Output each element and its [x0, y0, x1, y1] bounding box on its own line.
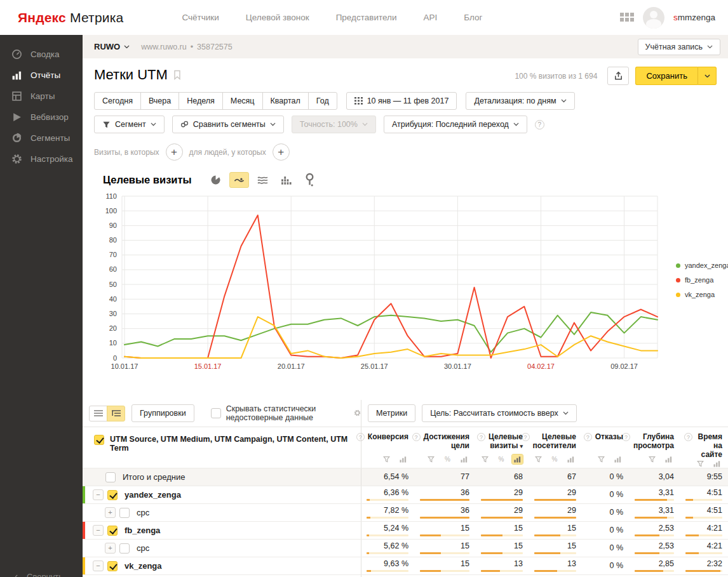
period-preset-4[interactable]: Квартал — [262, 92, 309, 110]
gear-icon[interactable] — [354, 408, 361, 418]
row-label[interactable]: vk_zenga — [125, 561, 162, 571]
column-percent-button[interactable]: % — [442, 454, 453, 464]
username[interactable]: smmzenga — [673, 13, 715, 22]
column-filter-button[interactable] — [426, 454, 436, 464]
segment-dropdown[interactable]: Сегмент — [94, 116, 165, 133]
column-help-icon[interactable]: ? — [584, 433, 592, 441]
chart-type-stacked-button[interactable] — [253, 172, 273, 188]
legend-item-fb_zenga[interactable]: fb_zenga — [676, 276, 728, 284]
precision-dropdown[interactable]: Точность: 100% — [292, 116, 376, 133]
detalization-dropdown[interactable]: Детализация: по дням — [466, 92, 574, 110]
sidebar-item-settings[interactable]: Настройка — [0, 149, 83, 169]
counter-switcher[interactable]: RUWO — [94, 42, 130, 51]
period-preset-3[interactable]: Месяц — [222, 92, 263, 110]
account-button[interactable]: Учётная запись — [638, 39, 720, 55]
column-bars-button[interactable] — [512, 454, 523, 464]
column-label[interactable]: Целевые посетители — [533, 432, 576, 450]
column-help-icon[interactable]: ? — [477, 433, 485, 441]
expand-button[interactable]: + — [105, 543, 116, 554]
row-label[interactable]: fb_zenga — [125, 526, 160, 535]
legend-item-yandex_zenga[interactable]: yandex_zenga — [676, 262, 728, 269]
column-bars-button[interactable] — [612, 454, 623, 464]
column-help-icon[interactable]: ? — [412, 433, 421, 441]
column-label[interactable]: Глубина просмотра — [633, 432, 674, 450]
column-filter-button[interactable] — [480, 454, 490, 464]
hide-unreliable-checkbox-row[interactable]: Скрывать статистически недостоверные дан… — [211, 404, 345, 422]
add-people-condition-button[interactable]: + — [273, 143, 290, 161]
collapse-button[interactable]: − — [93, 489, 104, 500]
row-checkbox[interactable] — [105, 472, 116, 482]
top-menu-item-2[interactable]: Представители — [336, 13, 397, 22]
groupings-button[interactable]: Группировки — [131, 404, 194, 422]
legend-item-vk_zenga[interactable]: vk_zenga — [676, 291, 728, 298]
collapse-button[interactable]: − — [93, 560, 104, 571]
line-chart[interactable]: 010203040506070809010011010.01.1715.01.1… — [94, 193, 666, 378]
tree-view-button[interactable] — [107, 406, 125, 421]
period-preset-2[interactable]: Неделя — [179, 92, 223, 110]
column-percent-button[interactable]: % — [549, 454, 560, 464]
add-visit-condition-button[interactable]: + — [166, 143, 183, 161]
top-menu-item-1[interactable]: Целевой звонок — [246, 13, 309, 22]
sidebar-item-maps[interactable]: Карты — [0, 86, 83, 107]
save-button[interactable]: Сохранить — [635, 67, 698, 85]
apps-grid-icon[interactable] — [620, 13, 634, 23]
column-bars-button[interactable] — [565, 454, 576, 464]
column-bars-button[interactable] — [663, 454, 674, 464]
column-help-icon[interactable]: ? — [356, 433, 365, 441]
avatar[interactable] — [643, 7, 664, 29]
sidebar-item-segments[interactable]: Сегменты — [0, 128, 83, 149]
chart-type-columns-button[interactable] — [276, 172, 296, 188]
column-label[interactable]: Целевые визиты▾ — [489, 432, 523, 451]
expand-button[interactable]: + — [105, 507, 116, 518]
column-label[interactable]: Конверсия — [368, 432, 408, 441]
select-all-checkbox[interactable] — [94, 435, 104, 445]
period-preset-5[interactable]: Год — [308, 92, 337, 110]
sidebar-item-reports[interactable]: Отчёты — [0, 65, 83, 86]
row-label[interactable]: yandex_zenga — [125, 490, 181, 500]
yandex-metrica-logo[interactable]: Яндекс Метрика — [18, 10, 123, 25]
column-bars-button[interactable] — [711, 459, 722, 468]
collapse-button[interactable]: − — [93, 525, 104, 536]
attribution-dropdown[interactable]: Атрибуция: Последний переход — [384, 116, 527, 133]
column-filter-button[interactable] — [533, 454, 544, 464]
export-button[interactable] — [607, 67, 629, 85]
column-bars-button[interactable] — [398, 454, 408, 464]
top-menu-item-4[interactable]: Блог — [464, 13, 482, 22]
chart-type-linechart-button[interactable] — [229, 172, 249, 188]
hide-unreliable-checkbox[interactable] — [211, 408, 221, 418]
save-dropdown-button[interactable] — [698, 67, 717, 85]
compare-segments-dropdown[interactable]: Сравнить сегменты — [172, 116, 284, 133]
column-filter-button[interactable] — [695, 459, 706, 468]
row-checkbox[interactable] — [107, 561, 118, 571]
chart-type-pin-button[interactable] — [300, 172, 320, 188]
row-checkbox[interactable] — [107, 490, 118, 500]
help-icon[interactable]: ? — [535, 120, 544, 129]
metrics-button[interactable]: Метрики — [368, 404, 415, 422]
row-label[interactable]: cpc — [137, 543, 149, 553]
goal-dropdown[interactable]: Цель: Рассчитать стоимость вверх — [422, 404, 577, 422]
top-menu-item-3[interactable]: API — [423, 13, 437, 22]
sidebar-collapse-button[interactable]: Свернуть — [0, 572, 63, 577]
row-checkbox[interactable] — [119, 508, 130, 518]
chart-type-pie-button[interactable] — [206, 172, 226, 188]
column-label[interactable]: Достижения цели — [424, 432, 469, 450]
list-view-button[interactable] — [89, 406, 107, 421]
date-range-button[interactable]: 10 янв — 11 фев 2017 — [346, 92, 457, 110]
row-checkbox[interactable] — [107, 526, 118, 536]
sidebar-item-webvisor[interactable]: Вебвизор — [0, 107, 83, 128]
column-filter-button[interactable] — [596, 454, 607, 464]
row-checkbox[interactable] — [119, 543, 130, 554]
bookmark-icon[interactable] — [173, 70, 181, 80]
row-label[interactable]: cpc — [137, 508, 149, 517]
top-menu-item-0[interactable]: Счётчики — [182, 13, 219, 22]
column-help-icon[interactable]: ? — [684, 433, 692, 441]
column-filter-button[interactable] — [381, 454, 392, 464]
column-label[interactable]: Отказы — [595, 432, 623, 441]
column-bars-button[interactable] — [459, 454, 469, 464]
period-preset-0[interactable]: Сегодня — [94, 92, 141, 110]
column-label[interactable]: Время на сайте — [696, 432, 722, 459]
column-percent-button[interactable]: % — [496, 454, 507, 464]
column-filter-button[interactable] — [647, 454, 657, 464]
sidebar-item-dashboard[interactable]: Сводка — [0, 44, 83, 65]
period-preset-1[interactable]: Вчера — [140, 92, 179, 110]
